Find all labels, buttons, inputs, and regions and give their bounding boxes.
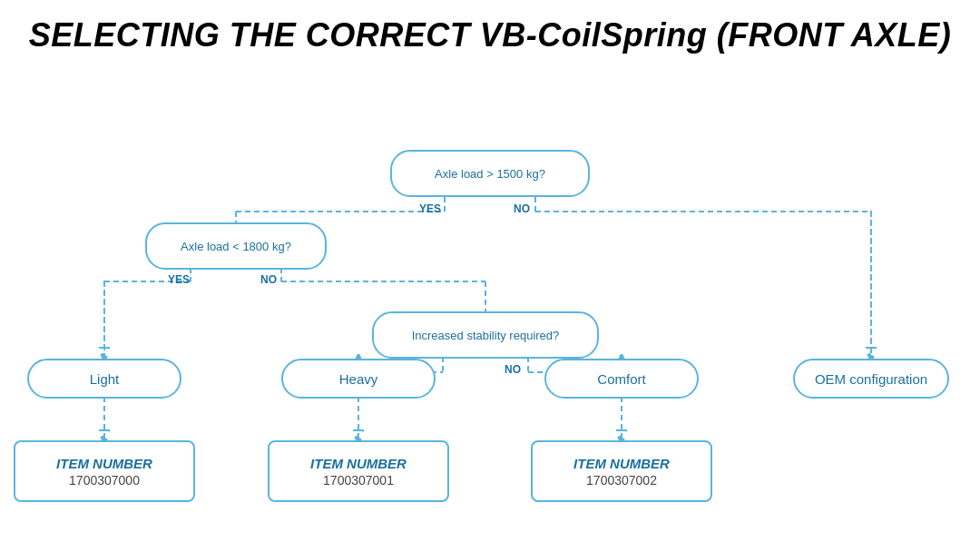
item-3: ITEM NUMBER 1700307002 [531, 440, 712, 502]
q3-no-label: NO [505, 363, 521, 376]
question-3: Increased stability required? [372, 311, 599, 359]
question-1: Axle load > 1500 kg? [390, 150, 590, 197]
page-title: SELECTING THE CORRECT VB-CoilSpring (FRO… [0, 0, 980, 64]
item-2: ITEM NUMBER 1700307001 [268, 440, 449, 502]
diagram: Axle load > 1500 kg? YES NO Axle load < … [0, 68, 980, 513]
q2-yes-label: YES [168, 273, 190, 286]
q1-no-label: NO [514, 202, 530, 215]
q1-yes-label: YES [419, 202, 441, 215]
q2-no-label: NO [260, 273, 277, 286]
result-heavy: Heavy [281, 359, 436, 399]
result-oem: OEM configuration [793, 359, 949, 399]
result-comfort: Comfort [544, 359, 699, 399]
question-2: Axle load < 1800 kg? [145, 222, 327, 270]
result-light: Light [27, 359, 181, 399]
item-1: ITEM NUMBER 1700307000 [14, 440, 195, 502]
